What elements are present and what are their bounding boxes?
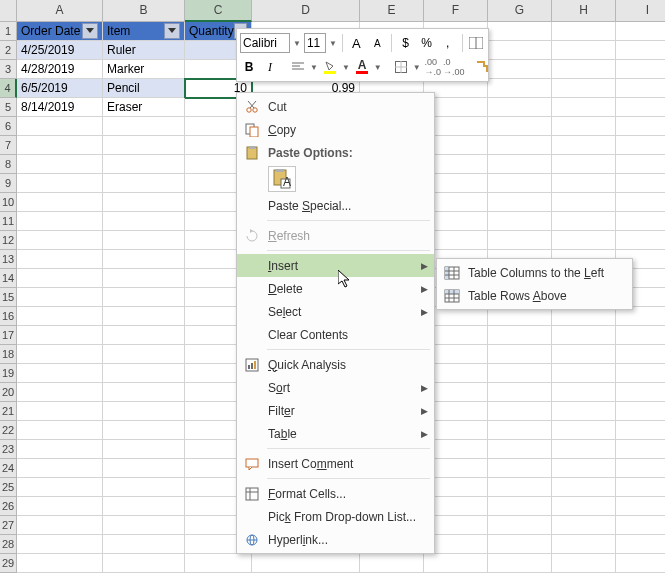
row-header-3[interactable]: 3 [0,60,17,79]
cut-menu-item[interactable]: Cut [237,95,434,118]
cell[interactable] [552,421,616,440]
cell[interactable] [552,22,616,41]
cell[interactable] [616,231,665,250]
fill-color-button[interactable] [321,57,339,77]
row-header-27[interactable]: 27 [0,516,17,535]
select-menu-item[interactable]: Select ▶ [237,300,434,323]
cell[interactable] [103,364,185,383]
cell[interactable] [17,402,103,421]
column-header-G[interactable]: G [488,0,552,22]
row-header-20[interactable]: 20 [0,383,17,402]
cell[interactable] [103,193,185,212]
cell[interactable]: Order Date [17,22,103,41]
font-name-input[interactable] [240,33,290,53]
cell[interactable] [552,516,616,535]
cell[interactable] [185,554,252,573]
cell[interactable] [552,79,616,98]
cell[interactable] [17,440,103,459]
quick-analysis-menu-item[interactable]: Quick Analysis [237,353,434,376]
cell[interactable] [17,117,103,136]
cell[interactable] [552,440,616,459]
cell[interactable] [103,402,185,421]
cell[interactable] [488,136,552,155]
increase-font-button[interactable]: A [347,33,365,53]
cell[interactable] [488,117,552,136]
cell[interactable] [488,535,552,554]
cell[interactable] [616,155,665,174]
cell[interactable]: Eraser [103,98,185,117]
align-button[interactable] [289,57,307,77]
cell[interactable] [552,383,616,402]
cell[interactable] [103,231,185,250]
comma-format-button[interactable]: , [439,33,457,53]
cell[interactable] [488,345,552,364]
cell[interactable] [616,364,665,383]
cell[interactable] [616,174,665,193]
cell[interactable] [616,459,665,478]
cell[interactable] [552,231,616,250]
row-header-17[interactable]: 17 [0,326,17,345]
cell[interactable] [17,212,103,231]
cell[interactable] [488,212,552,231]
cell[interactable] [103,516,185,535]
row-header-4[interactable]: 4 [0,79,17,98]
column-header-H[interactable]: H [552,0,616,22]
cell[interactable] [488,174,552,193]
borders-button[interactable] [392,57,410,77]
borders-dropdown-icon[interactable]: ▼ [413,63,421,72]
cell[interactable] [17,155,103,174]
cell[interactable] [616,212,665,231]
row-header-10[interactable]: 10 [0,193,17,212]
table-menu-item[interactable]: Table ▶ [237,422,434,445]
delete-menu-item[interactable]: Delete ▶ [237,277,434,300]
cell[interactable] [552,98,616,117]
cell[interactable] [616,193,665,212]
cell[interactable] [17,193,103,212]
cell[interactable] [17,307,103,326]
cell[interactable] [488,383,552,402]
cell[interactable] [252,554,360,573]
row-header-26[interactable]: 26 [0,497,17,516]
cell[interactable]: Ruler [103,41,185,60]
align-dropdown-icon[interactable]: ▼ [310,63,318,72]
cell[interactable] [17,421,103,440]
table-rows-above-menu-item[interactable]: Table Rows Above [437,284,632,307]
cell[interactable] [616,22,665,41]
format-cells-menu-item[interactable]: Format Cells... [237,482,434,505]
cell[interactable] [488,497,552,516]
row-header-16[interactable]: 16 [0,307,17,326]
cell[interactable] [17,516,103,535]
column-header-I[interactable]: I [616,0,665,22]
cell[interactable] [552,497,616,516]
row-header-7[interactable]: 7 [0,136,17,155]
cell[interactable] [103,421,185,440]
cell[interactable] [552,345,616,364]
cell[interactable] [103,535,185,554]
cell[interactable] [552,364,616,383]
currency-format-button[interactable]: $ [397,33,415,53]
cell[interactable] [103,554,185,573]
cell[interactable] [488,459,552,478]
copy-menu-item[interactable]: Copy [237,118,434,141]
row-header-12[interactable]: 12 [0,231,17,250]
column-header-D[interactable]: D [252,0,360,22]
row-header-9[interactable]: 9 [0,174,17,193]
row-header-18[interactable]: 18 [0,345,17,364]
cell[interactable] [17,383,103,402]
cell[interactable] [103,174,185,193]
cell[interactable] [488,516,552,535]
row-header-11[interactable]: 11 [0,212,17,231]
column-header-A[interactable]: A [17,0,103,22]
column-header-E[interactable]: E [360,0,424,22]
cell[interactable] [616,383,665,402]
cell[interactable] [552,117,616,136]
row-header-19[interactable]: 19 [0,364,17,383]
format-painter-button[interactable] [473,57,491,77]
row-header-24[interactable]: 24 [0,459,17,478]
cell[interactable] [17,364,103,383]
pick-from-list-menu-item[interactable]: Pick From Drop-down List... [237,505,434,528]
row-header-28[interactable]: 28 [0,535,17,554]
cell[interactable] [552,60,616,79]
cell[interactable] [552,136,616,155]
clear-contents-menu-item[interactable]: Clear Contents [237,323,434,346]
